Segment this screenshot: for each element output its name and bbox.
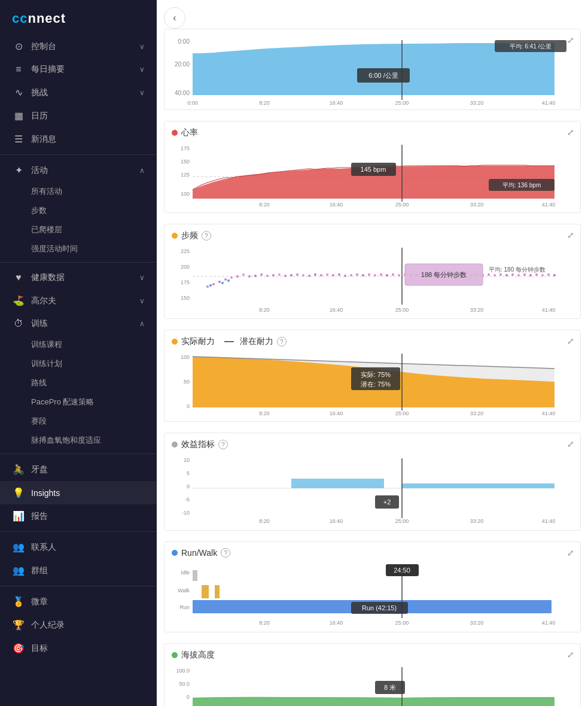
expand-pace-icon[interactable]: ⤢ [567,35,574,45]
dashboard-icon: ⊙ [12,41,25,52]
svg-point-49 [296,273,298,276]
sidebar-item-label: 训练 [31,318,139,329]
svg-text:25:00: 25:00 [395,307,409,313]
svg-point-37 [224,278,227,281]
sidebar-item-calendar[interactable]: ▦ 日历 [0,104,157,127]
svg-text:8:20: 8:20 [259,100,270,106]
sidebar-item-label: 报告 [31,511,145,522]
sidebar-item-contacts[interactable]: 👥 联系人 [0,535,157,559]
sidebar-item-label: 牙盘 [31,464,145,475]
chevron-down-icon: ∨ [139,273,145,282]
sidebar-item-label: 挑战 [31,87,139,98]
stamina-actual-dot [172,339,178,345]
svg-point-93 [209,284,212,287]
svg-text:41:40: 41:40 [542,620,556,626]
sidebar-item-insights[interactable]: 💡 Insights [0,481,157,504]
expand-elevation-icon[interactable]: ⤢ [567,650,574,659]
chevron-down-icon: ∨ [139,89,145,97]
svg-text:实际: 75%: 实际: 75% [361,371,391,378]
sidebar-sub-spo2[interactable]: 脉搏血氧饱和度适应 [0,431,157,450]
sidebar-item-groups[interactable]: 👥 群组 [0,559,157,582]
svg-text:Run (42:15): Run (42:15) [362,604,397,611]
cadence-dot [172,233,178,239]
efficiency-info-icon[interactable]: ? [218,440,228,449]
elevation-header: 海拔高度 [172,650,573,661]
expand-stamina-icon[interactable]: ⤢ [567,336,574,346]
expand-runwalk-icon[interactable]: ⤢ [567,548,574,558]
svg-text:0:00: 0:00 [178,38,190,45]
chevron-down-icon: ∨ [139,297,145,305]
expand-hr-icon[interactable]: ⤢ [567,127,574,137]
svg-text:33:20: 33:20 [470,100,484,106]
stamina-info-icon[interactable]: ? [277,337,287,346]
sidebar-item-badges[interactable]: 🏅 微章 [0,590,157,613]
sidebar-sub-routes[interactable]: 路线 [0,373,157,392]
back-button[interactable]: ‹ [164,7,185,29]
svg-text:100: 100 [181,354,190,360]
svg-text:16:40: 16:40 [330,307,343,313]
heartrate-header: 心率 [172,127,573,138]
svg-text:25:00: 25:00 [395,410,409,416]
sidebar-sub-training-courses[interactable]: 训练课程 [0,335,157,354]
svg-text:100.0: 100.0 [176,668,190,674]
sidebar-item-activities[interactable]: ✦ 活动 ∧ [0,159,157,182]
sidebar-sub-pacepro[interactable]: PacePro 配速策略 [0,392,157,412]
svg-text:125: 125 [181,172,190,178]
runwalk-header: Run/Walk ? [172,548,573,558]
svg-text:平均: 136 bpm: 平均: 136 bpm [502,182,541,188]
svg-point-81 [488,273,490,276]
sidebar-item-label: 微章 [31,597,145,607]
sidebar-sub-segments[interactable]: 赛段 [0,412,157,431]
sidebar-sub-intensity[interactable]: 强度活动时间 [0,239,157,258]
sidebar-item-messages[interactable]: ☰ 新消息 [0,127,157,151]
cadence-info-icon[interactable]: ? [202,231,211,241]
runwalk-info-icon[interactable]: ? [221,548,230,558]
sidebar-item-cycling[interactable]: 🚴 牙盘 [0,458,157,481]
chevron-up-icon: ∧ [139,319,145,328]
svg-text:145 bpm: 145 bpm [361,166,386,173]
main-content: ‹ ⤢ 0:00 20:00 40:00 6:00 /公里 平均: 6:41 /… [157,0,588,706]
sidebar-item-dashboard[interactable]: ⊙ 控制台 ∨ [0,35,157,58]
sidebar-item-golf[interactable]: ⛳ 高尔夫 ∨ [0,289,157,312]
svg-rect-125 [402,483,555,488]
sidebar-item-reports[interactable]: 📊 报告 [0,504,157,528]
sidebar-item-label: 新消息 [31,134,145,145]
sidebar-item-health[interactable]: ♥ 健康数据 ∨ [0,266,157,289]
sidebar-sub-floors[interactable]: 已爬楼层 [0,220,157,239]
svg-point-90 [541,274,544,276]
sidebar-item-label: 目标 [31,643,145,654]
sidebar-item-goals[interactable]: 🎯 目标 [0,637,157,660]
sidebar-sub-all-activities[interactable]: 所有活动 [0,182,157,201]
svg-point-44 [266,275,269,277]
svg-point-45 [272,274,275,276]
sidebar-item-daily[interactable]: ≡ 每日摘要 ∨ [0,58,157,81]
svg-point-34 [206,285,209,288]
svg-point-89 [535,273,538,276]
activity-icon: ✦ [12,165,25,176]
svg-text:188 每分钟步数: 188 每分钟步数 [421,271,467,278]
sidebar-item-records[interactable]: 🏆 个人纪录 [0,613,157,637]
elevation-dot [172,652,178,658]
svg-point-94 [221,282,224,284]
svg-point-86 [517,274,520,276]
svg-text:0: 0 [187,483,190,489]
sidebar-item-label: 控制台 [31,41,139,52]
svg-text:Run: Run [179,604,190,610]
sidebar-item-label: 联系人 [31,542,145,553]
sidebar-item-training[interactable]: ⏱ 训练 ∧ [0,312,157,335]
svg-point-53 [320,274,322,276]
efficiency-header: 效益指标 ? [172,439,573,450]
svg-text:25:00: 25:00 [395,620,409,626]
sidebar-sub-steps[interactable]: 步数 [0,201,157,220]
runwalk-svg: Idle Walk Run 24:50 Run (42:15) 8: [172,561,578,627]
expand-cadence-icon[interactable]: ⤢ [567,230,574,240]
cycling-icon: 🚴 [12,464,25,475]
svg-point-40 [242,273,245,276]
contacts-icon: 👥 [12,541,25,553]
expand-efficiency-icon[interactable]: ⤢ [567,439,574,449]
heartrate-chart: 心率 ⤢ 175 150 125 100 145 bpm [164,121,581,213]
sidebar-item-challenge[interactable]: ∿ 挑战 ∨ [0,81,157,104]
badge-icon: 🏅 [12,596,25,607]
sidebar-sub-training-plan[interactable]: 训练计划 [0,354,157,373]
svg-point-62 [374,274,376,276]
